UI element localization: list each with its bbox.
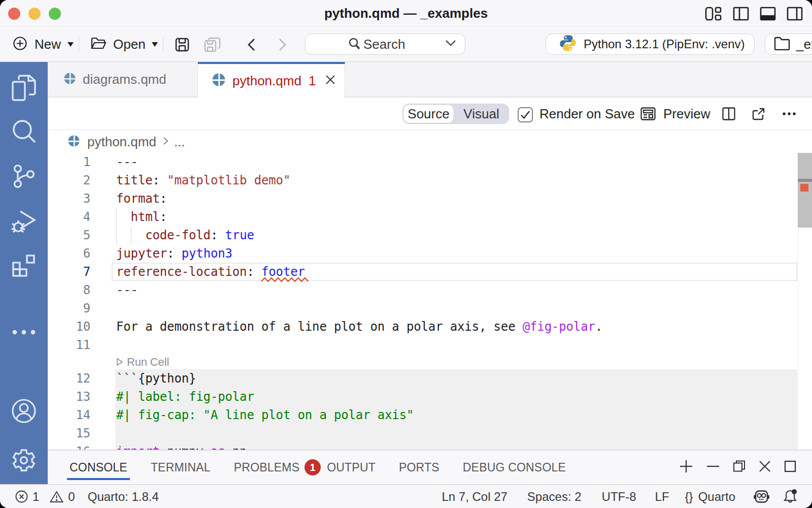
source-mode-button[interactable]: Source [403, 104, 454, 123]
cursor-position-status[interactable]: Ln 7, Col 27 [442, 490, 507, 504]
python-logo-icon [559, 34, 577, 54]
save-all-button[interactable] [204, 27, 221, 61]
preview-label: Preview [663, 106, 710, 122]
breadcrumb-file[interactable]: python.qmd [87, 134, 156, 150]
encoding-status[interactable]: UTF-8 [602, 490, 636, 504]
toolbar-divider-2 [163, 37, 163, 52]
open-dropdown-caret [152, 42, 158, 47]
open-external-button[interactable] [752, 98, 765, 130]
visual-mode-button[interactable]: Visual [454, 104, 509, 123]
notifications-bell-icon[interactable] [783, 489, 798, 505]
workspace-label: _ex [796, 37, 812, 52]
preview-button[interactable]: Preview [640, 98, 710, 130]
run-cell-codelens[interactable]: Run Cell [116, 355, 169, 369]
preview-icon [640, 107, 656, 120]
line-number: 5 [48, 226, 90, 244]
code-line-7: reference-location: footer [116, 263, 305, 281]
line-number: 16 [48, 442, 90, 450]
navigate-forward-button[interactable] [277, 27, 289, 61]
editor-scrollbar[interactable] [798, 153, 812, 450]
run-cell-play-icon [116, 358, 123, 366]
run-debug-icon[interactable] [10, 207, 38, 237]
problems-badge: 1 [304, 459, 321, 475]
bottom-panel: CONSOLETERMINALPROBLEMS1OUTPUTPORTSDEBUG… [48, 450, 812, 484]
panel-tab-debug-console[interactable]: DEBUG CONSOLE [463, 451, 566, 484]
search-sidebar-icon[interactable] [11, 118, 37, 146]
search-placeholder: Search [363, 37, 405, 52]
panel-tab-ports[interactable]: PORTS [399, 451, 439, 484]
code-line-4: html: [116, 208, 167, 226]
toggle-panel-icon[interactable] [760, 6, 776, 22]
extensions-icon[interactable] [11, 252, 37, 281]
code-editor[interactable]: 1---2title: "matplotlib demo"3format:4 h… [48, 153, 812, 450]
braces-icon: {} [685, 490, 693, 504]
panel-tab-terminal[interactable]: TERMINAL [151, 451, 211, 484]
explorer-icon[interactable] [11, 74, 37, 104]
code-line-3: format: [116, 189, 167, 208]
editor-more-actions-icon[interactable] [782, 98, 796, 130]
tab-diagrams[interactable]: diagrams.qmd [48, 62, 198, 97]
warning-count: 0 [68, 490, 75, 504]
search-icon [348, 37, 361, 52]
copilot-status-icon[interactable] [753, 488, 770, 505]
tab-error-count: 1 [309, 73, 316, 89]
tab-label: diagrams.qmd [83, 72, 166, 87]
status-bar: 1 0 Quarto: 1.8.4 Ln 7, Col 27 Spaces: 2… [0, 484, 812, 508]
warning-icon [50, 491, 63, 503]
panel-tab-console[interactable]: CONSOLE [70, 451, 127, 484]
line-number: 15 [48, 424, 90, 442]
code-line-12: ```{python} [116, 369, 196, 388]
panel-minimize-icon[interactable] [706, 459, 720, 475]
split-editor-icon [722, 107, 735, 120]
indentation-status[interactable]: Spaces: 2 [527, 490, 582, 504]
panel-restore-icon[interactable] [733, 459, 746, 475]
problems-status[interactable]: 1 0 [15, 490, 75, 504]
interpreter-selector-button[interactable]: Python 3.12.1 (PipEnv: .venv) [546, 34, 755, 55]
code-line-1: --- [116, 153, 138, 171]
line-number: 12 [48, 369, 90, 388]
quarto-file-icon [212, 73, 225, 88]
save-icon [175, 38, 189, 52]
panel-tab-problems[interactable]: PROBLEMS1 [234, 451, 321, 484]
split-editor-button[interactable] [722, 98, 735, 130]
source-control-icon[interactable] [11, 163, 37, 192]
navigate-back-button[interactable] [245, 27, 257, 61]
settings-gear-icon[interactable] [11, 448, 37, 475]
search-dropdown-chevron[interactable] [445, 40, 456, 49]
toggle-secondary-sidebar-icon[interactable] [787, 6, 803, 22]
panel-layout-icon[interactable] [784, 459, 796, 475]
source-visual-toggle: Source Visual [402, 104, 509, 124]
account-icon[interactable] [11, 398, 37, 426]
open-button[interactable]: Open [91, 27, 158, 61]
interpreter-label: Python 3.12.1 (PipEnv: .venv) [584, 37, 745, 51]
customize-layout-icon[interactable] [705, 6, 722, 22]
open-label: Open [113, 37, 146, 52]
tab-python[interactable]: python.qmd 1 [198, 62, 345, 98]
quarto-file-icon [64, 73, 76, 86]
folder-icon [774, 37, 790, 52]
panel-close-icon[interactable] [759, 459, 771, 475]
quarto-version-status[interactable]: Quarto: 1.8.4 [88, 490, 159, 504]
render-on-save-checkbox[interactable] [518, 107, 533, 122]
breadcrumb-more[interactable]: ... [174, 134, 185, 150]
search-input[interactable]: Search [305, 34, 465, 55]
eol-status[interactable]: LF [655, 490, 669, 504]
panel-new-icon[interactable] [679, 459, 693, 475]
workspace-button[interactable]: _ex [765, 34, 812, 55]
code-line-10: For a demonstration of a line plot on a … [116, 318, 602, 336]
back-icon [245, 37, 257, 52]
tab-close-icon[interactable] [324, 73, 337, 88]
new-button[interactable]: New [13, 27, 74, 61]
quarto-file-icon [68, 135, 80, 149]
more-actions-icon[interactable] [12, 328, 36, 337]
breadcrumb: python.qmd ... [48, 131, 812, 153]
code-line-16: import numpy as np [116, 442, 247, 450]
save-button[interactable] [175, 27, 189, 61]
panel-tab-output[interactable]: OUTPUT [327, 451, 376, 484]
code-line-5: code-fold: true [116, 226, 254, 244]
line-number: 10 [48, 318, 90, 336]
line-number: 1 [48, 153, 90, 171]
window-title: python.qmd — _examples [0, 0, 812, 27]
language-mode-status[interactable]: {} Quarto [685, 490, 735, 504]
toggle-sidebar-icon[interactable] [733, 6, 749, 22]
